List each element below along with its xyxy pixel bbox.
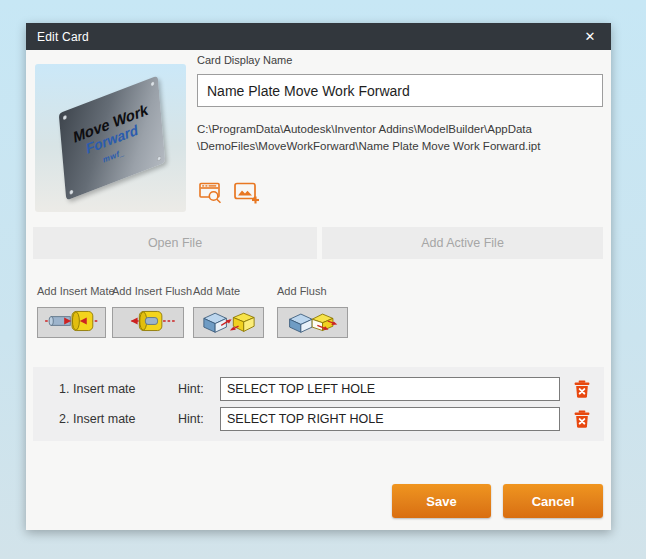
save-button[interactable]: Save [392, 484, 491, 518]
delete-mate-button-2[interactable] [574, 410, 590, 428]
title-bar: Edit Card ✕ [26, 23, 611, 50]
insert-mate-icon [41, 308, 103, 337]
plate-logo: mwf_ [103, 147, 125, 164]
screw-icon [63, 115, 67, 121]
add-flush-button[interactable] [277, 307, 348, 338]
hint-label: Hint: [178, 382, 210, 396]
mate-type-label: Insert mate [73, 412, 136, 426]
cancel-button[interactable]: Cancel [503, 484, 603, 518]
name-plate-graphic: Move Work Forward mwf_ [59, 75, 166, 200]
mate-list-panel: 1. Insert mate Hint: 2. Insert mate Hint… [33, 367, 604, 441]
close-icon[interactable]: ✕ [575, 23, 605, 50]
add-insert-mate-label: Add Insert Mate [37, 285, 115, 297]
preview-file-icon[interactable] [198, 181, 224, 205]
hint-label: Hint: [178, 412, 210, 426]
add-insert-flush-button[interactable] [112, 307, 184, 338]
file-path-line1: C:\ProgramData\Autodesk\Inventor Addins\… [197, 121, 607, 138]
open-file-button[interactable]: Open File [33, 227, 317, 259]
file-path-text: C:\ProgramData\Autodesk\Inventor Addins\… [197, 121, 607, 155]
dialog-title: Edit Card [26, 30, 89, 44]
card-display-name-label: Card Display Name [197, 54, 292, 66]
mate-icon [198, 308, 260, 337]
add-insert-flush-label: Add Insert Flush [112, 285, 192, 297]
card-display-name-input[interactable] [197, 74, 603, 107]
add-mate-button[interactable] [193, 307, 264, 338]
mate-type-label: Insert mate [73, 382, 136, 396]
screw-icon [157, 156, 161, 162]
add-image-icon[interactable] [234, 181, 260, 205]
hint-input-1[interactable] [220, 377, 560, 401]
file-action-icons [198, 181, 260, 205]
add-insert-mate-button[interactable] [37, 307, 106, 338]
mate-row-2: 2. Insert mate Hint: [33, 407, 604, 431]
edit-card-dialog: Edit Card ✕ Move Work Forward mwf_ Card … [26, 23, 611, 530]
mate-row-1: 1. Insert mate Hint: [33, 377, 604, 401]
mate-index: 1. [59, 382, 69, 396]
file-path-line2: \DemoFiles\MoveWorkForward\Name Plate Mo… [197, 138, 607, 155]
part-preview-image: Move Work Forward mwf_ [35, 64, 186, 212]
add-active-file-button[interactable]: Add Active File [322, 227, 603, 259]
flush-icon [282, 308, 344, 337]
add-flush-label: Add Flush [277, 285, 327, 297]
delete-mate-button-1[interactable] [574, 380, 590, 398]
add-mate-label: Add Mate [193, 285, 240, 297]
screw-icon [151, 81, 155, 87]
screw-icon [69, 189, 73, 195]
insert-flush-icon [117, 308, 179, 337]
hint-input-2[interactable] [220, 407, 560, 431]
mate-index: 2. [59, 412, 69, 426]
